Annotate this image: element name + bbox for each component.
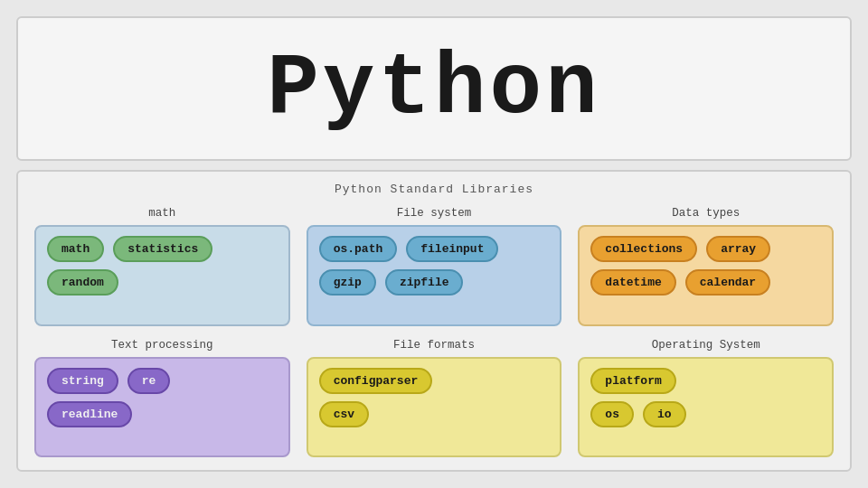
tag-ospath: os.path [319,236,398,262]
tag-zipfile: zipfile [385,269,464,296]
tag-row: readline [47,401,278,427]
title-panel: Python [16,16,852,161]
category-label-filesystem: File system [307,207,562,220]
category-os: Operating System platform os io [578,339,834,458]
tag-row: collections array [590,236,821,262]
tag-row: datetime calendar [590,269,821,296]
category-box-os: platform os io [578,357,834,458]
category-label-textprocessing: Text processing [34,339,290,352]
tag-calendar: calendar [685,269,770,296]
tag-row: string re [47,368,278,394]
tag-statistics: statistics [113,236,212,262]
category-datatypes: Data types collections array datetime ca… [578,207,834,326]
tag-collections: collections [590,236,697,262]
tag-string: string [47,368,118,394]
tag-row: os io [590,401,821,427]
category-box-filesystem: os.path fileinput gzip zipfile [307,225,562,326]
category-label-math: math [34,207,290,220]
tag-datetime: datetime [590,269,675,296]
tag-array: array [706,236,770,262]
category-fileformats: File formats configparser csv [307,339,562,458]
tag-row: math statistics [47,236,278,262]
category-box-fileformats: configparser csv [307,357,562,458]
main-wrapper: Python Python Standard Libraries math ma… [0,0,868,488]
category-label-os: Operating System [578,339,834,352]
tag-configparser: configparser [319,368,433,394]
tag-csv: csv [319,401,369,427]
tag-re: re [127,368,171,394]
categories-grid: math math statistics random File system [34,207,834,457]
python-title: Python [267,40,601,138]
tag-gzip: gzip [319,269,376,296]
tag-readline: readline [47,401,132,427]
category-label-fileformats: File formats [307,339,562,352]
tag-row: csv [319,401,550,427]
tag-platform: platform [590,368,675,394]
tag-random: random [47,269,118,296]
libraries-panel: Python Standard Libraries math math stat… [16,170,852,472]
tag-os: os [590,401,634,427]
tag-row: random [47,269,278,296]
category-box-math: math statistics random [34,225,290,326]
panel-title: Python Standard Libraries [34,183,834,196]
category-label-datatypes: Data types [578,207,834,220]
tag-row: platform [590,368,821,394]
tag-row: os.path fileinput [319,236,550,262]
category-box-datatypes: collections array datetime calendar [578,225,834,326]
category-box-textprocessing: string re readline [34,357,290,458]
tag-math: math [47,236,104,262]
category-filesystem: File system os.path fileinput gzip zipfi… [307,207,562,326]
category-textprocessing: Text processing string re readline [34,339,290,458]
tag-io: io [643,401,686,427]
category-math: math math statistics random [34,207,290,326]
tag-row: gzip zipfile [319,269,550,296]
tag-row: configparser [319,368,550,394]
tag-fileinput: fileinput [406,236,498,262]
